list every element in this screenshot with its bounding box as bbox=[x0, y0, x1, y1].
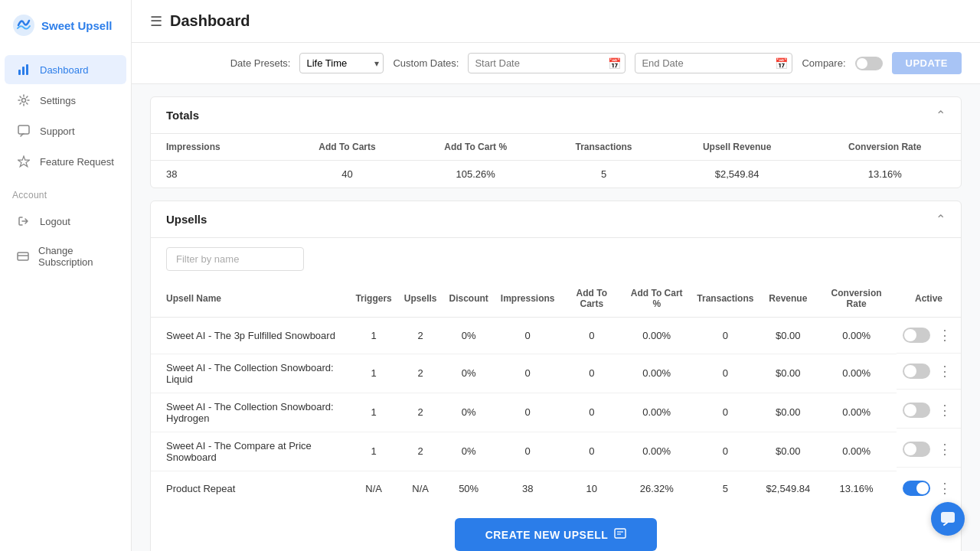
upsells-cell: 2 bbox=[398, 318, 443, 354]
create-btn-label: CREATE NEW UPSELL bbox=[485, 529, 609, 541]
chart-icon bbox=[17, 63, 31, 77]
sidebar-item-dashboard[interactable]: Dashboard bbox=[5, 55, 126, 84]
totals-impressions-value: 38 bbox=[151, 161, 286, 188]
controls-bar: Date Presets: Life Time Last 7 Days Last… bbox=[132, 43, 980, 84]
svg-rect-9 bbox=[615, 529, 626, 538]
triggers-cell: 1 bbox=[349, 318, 397, 354]
card-icon bbox=[17, 249, 29, 263]
active-toggle[interactable] bbox=[903, 442, 930, 457]
brand-name: Sweet Upsell bbox=[41, 19, 113, 32]
revenue-cell: $2,549.84 bbox=[760, 471, 816, 506]
active-toggle[interactable] bbox=[903, 364, 930, 379]
sidebar-item-feature-request[interactable]: Feature Request bbox=[5, 147, 126, 176]
totals-card-header: Totals ⌃ bbox=[151, 97, 961, 134]
conversion-rate-cell: 13.16% bbox=[816, 471, 897, 506]
transactions-cell: 5 bbox=[691, 471, 760, 506]
upsells-cell: 2 bbox=[398, 432, 443, 471]
impressions-cell: 0 bbox=[495, 318, 561, 354]
row-menu-button[interactable]: ⋮ bbox=[935, 478, 955, 498]
discount-cell: 0% bbox=[443, 432, 494, 471]
table-row: Sweet AI - The Collection Snowboard: Liq… bbox=[151, 354, 961, 393]
transactions-cell: 0 bbox=[691, 354, 760, 393]
compare-label: Compare: bbox=[802, 57, 845, 69]
upsell-name-cell: Sweet AI - The 3p Fulfilled Snowboard bbox=[151, 318, 349, 354]
sidebar-item-dashboard-label: Dashboard bbox=[40, 64, 89, 76]
hamburger-icon[interactable]: ☰ bbox=[150, 13, 162, 30]
add-to-cart-pct-cell: 0.00% bbox=[622, 318, 691, 354]
upsells-collapse-button[interactable]: ⌃ bbox=[936, 212, 946, 227]
col-add-to-carts: Add To Carts bbox=[561, 280, 623, 318]
impressions-cell: 0 bbox=[495, 354, 561, 393]
create-new-upsell-button[interactable]: CREATE NEW UPSELL bbox=[455, 518, 658, 551]
filter-input[interactable] bbox=[166, 247, 304, 271]
date-preset-wrapper: Life Time Last 7 Days Last 30 Days Last … bbox=[299, 53, 384, 73]
active-toggle[interactable] bbox=[903, 481, 930, 496]
totals-col-add-to-cart-pct: Add To Cart % bbox=[409, 134, 542, 161]
sidebar-item-logout[interactable]: Logout bbox=[5, 207, 126, 236]
add-to-carts-cell: 10 bbox=[561, 471, 623, 506]
add-to-cart-pct-cell: 0.00% bbox=[622, 393, 691, 432]
totals-title: Totals bbox=[166, 109, 199, 122]
upsell-name-cell: Product Repeat bbox=[151, 471, 349, 506]
add-to-carts-cell: 0 bbox=[561, 393, 623, 432]
upsells-title: Upsells bbox=[166, 213, 207, 226]
totals-collapse-button[interactable]: ⌃ bbox=[936, 108, 946, 122]
revenue-cell: $0.00 bbox=[760, 318, 816, 354]
upsells-cell: 2 bbox=[398, 354, 443, 393]
upsells-tbody: Sweet AI - The 3p Fulfilled Snowboard 1 … bbox=[151, 318, 961, 507]
sidebar-item-settings-label: Settings bbox=[40, 95, 76, 106]
table-row: Sweet AI - The 3p Fulfilled Snowboard 1 … bbox=[151, 318, 961, 354]
sidebar-item-change-subscription[interactable]: Change Subscription bbox=[5, 237, 126, 276]
totals-col-conversion-rate: Conversion Rate bbox=[809, 134, 961, 161]
sidebar: Sweet Upsell Dashboard Settings bbox=[0, 0, 132, 551]
col-active: Active bbox=[897, 280, 961, 318]
row-menu-button[interactable]: ⋮ bbox=[935, 400, 955, 420]
sidebar-item-settings[interactable]: Settings bbox=[5, 86, 126, 115]
end-date-input[interactable] bbox=[635, 53, 792, 73]
start-date-input[interactable] bbox=[468, 53, 626, 73]
triggers-cell: 1 bbox=[349, 354, 397, 393]
end-date-wrapper: 📅 bbox=[635, 53, 792, 73]
upsell-name-cell: Sweet AI - The Collection Snowboard: Hyd… bbox=[151, 393, 349, 432]
logout-icon bbox=[17, 214, 31, 228]
row-menu-button[interactable]: ⋮ bbox=[935, 361, 955, 381]
upsells-card-header: Upsells ⌃ bbox=[151, 201, 961, 238]
row-menu-button[interactable]: ⋮ bbox=[935, 325, 955, 345]
col-upsell-name: Upsell Name bbox=[151, 280, 349, 318]
logo-icon bbox=[12, 14, 35, 37]
totals-add-to-cart-pct-value: 105.26% bbox=[409, 161, 542, 188]
col-impressions: Impressions bbox=[495, 280, 561, 318]
sidebar-item-change-subscription-label: Change Subscription bbox=[38, 245, 114, 268]
date-preset-select[interactable]: Life Time Last 7 Days Last 30 Days Last … bbox=[299, 53, 384, 73]
svg-rect-12 bbox=[941, 512, 955, 523]
col-upsells: Upsells bbox=[398, 280, 443, 318]
col-transactions: Transactions bbox=[691, 280, 760, 318]
table-row: Product Repeat N/A N/A 50% 38 10 26.32% … bbox=[151, 471, 961, 506]
upsell-name-cell: Sweet AI - The Compare at Price Snowboar… bbox=[151, 432, 349, 471]
col-triggers: Triggers bbox=[349, 280, 397, 318]
sidebar-item-support[interactable]: Support bbox=[5, 116, 126, 145]
upsells-cell: 2 bbox=[398, 393, 443, 432]
totals-conversion-rate-value: 13.16% bbox=[809, 161, 961, 188]
row-menu-button[interactable]: ⋮ bbox=[935, 439, 955, 459]
start-date-wrapper: 📅 bbox=[468, 53, 626, 73]
transactions-cell: 0 bbox=[691, 432, 760, 471]
date-presets-label: Date Presets: bbox=[230, 57, 291, 69]
compare-toggle[interactable] bbox=[855, 57, 883, 70]
revenue-cell: $0.00 bbox=[760, 393, 816, 432]
active-cell: ⋮ bbox=[897, 393, 961, 429]
totals-header-row: Impressions Add To Carts Add To Cart % T… bbox=[151, 134, 961, 161]
svg-rect-2 bbox=[22, 67, 24, 75]
brand-logo[interactable]: Sweet Upsell bbox=[0, 0, 131, 51]
totals-col-transactions: Transactions bbox=[542, 134, 665, 161]
update-button[interactable]: UPDATE bbox=[892, 52, 962, 74]
content-area: Totals ⌃ Impressions Add To Carts Add To… bbox=[132, 84, 980, 551]
active-toggle[interactable] bbox=[903, 403, 930, 418]
page-header: ☰ Dashboard bbox=[132, 0, 980, 43]
active-toggle[interactable] bbox=[903, 328, 930, 343]
revenue-cell: $0.00 bbox=[760, 432, 816, 471]
col-discount: Discount bbox=[443, 280, 494, 318]
svg-point-4 bbox=[22, 99, 26, 103]
chat-bubble[interactable] bbox=[931, 502, 965, 536]
star-icon bbox=[17, 155, 31, 168]
